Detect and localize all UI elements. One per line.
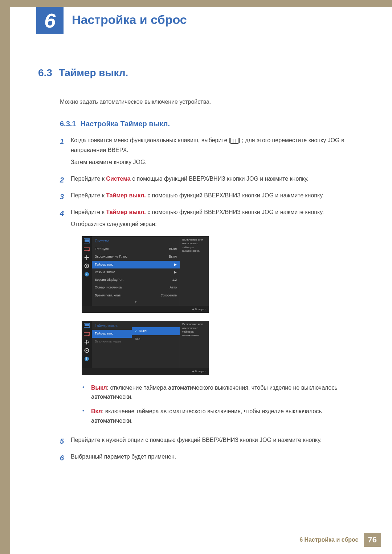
osd-menu-row: Таймер выкл.▶ — [92, 261, 180, 268]
osd-description: Включение или отключение таймера выключе… — [180, 236, 209, 306]
step-text: Когда появится меню функциональных клави… — [71, 135, 363, 169]
osd-menu-row: Таймер выкл. — [92, 330, 132, 337]
step-number: 3 — [60, 190, 71, 203]
osd-back-hint: ◀ Возврат — [82, 368, 209, 375]
scroll-indicator: ▼ — [92, 299, 180, 306]
step-1: 1 Когда появится меню функциональных кла… — [60, 135, 363, 169]
step-text: Перейдите к нужной опции с помощью функц… — [71, 435, 363, 447]
svg-rect-9 — [85, 324, 89, 326]
gear-icon — [83, 348, 90, 353]
osd-screenshots: i Система FreeSyncВыклЭкосохранение Плюс… — [82, 236, 363, 375]
osd-menu-row: Версия DisplayPort1.2 — [92, 276, 180, 284]
svg-text:i: i — [86, 272, 87, 276]
option-bullets: • Выкл: отключение таймера автоматическо… — [82, 383, 363, 425]
menu-icon — [230, 138, 238, 144]
info-icon: i — [83, 356, 90, 361]
step-number: 2 — [60, 174, 71, 186]
step-text: Перейдите к Таймер выкл. с помощью функц… — [71, 207, 363, 431]
osd-sidebar-icons: i — [82, 321, 92, 368]
section-number: 6.3 — [38, 67, 52, 79]
step-2: 2 Перейдите к Система с помощью функций … — [60, 174, 363, 186]
osd-option-row: Вкл — [132, 335, 180, 343]
bullet-off: • Выкл: отключение таймера автоматическо… — [82, 383, 363, 402]
move-icon — [83, 340, 90, 345]
osd-back-hint: ◀ Возврат — [82, 306, 209, 313]
osd-timer-menu: i Таймер выкл. Таймер выкл.Выключить чер… — [82, 321, 209, 375]
osd-menu-row: Время повт. клав.Ускорение — [92, 292, 180, 299]
osd-menu-row: Режим ПК/AV▶ — [92, 268, 180, 276]
osd-title: Система — [92, 236, 180, 245]
svg-point-3 — [88, 250, 89, 251]
info-icon: i — [83, 272, 90, 277]
page-footer: 6 Настройка и сброс 76 — [299, 533, 381, 547]
content: 6.3Таймер выкл. Можно задать автоматичес… — [38, 67, 363, 468]
section-intro: Можно задать автоматическое выключение у… — [60, 99, 363, 105]
left-strip — [0, 0, 10, 554]
step-4: 4 Перейдите к Таймер выкл. с помощью фун… — [60, 207, 363, 431]
svg-point-11 — [88, 335, 89, 336]
step-text: Перейдите к Таймер выкл. с помощью функц… — [71, 190, 363, 203]
chapter-badge: 6 — [36, 7, 64, 34]
bullet-on: • Вкл: включение таймера автоматического… — [82, 407, 363, 425]
screen-icon — [83, 331, 90, 336]
steps-list: 1 Когда появится меню функциональных кла… — [60, 135, 363, 464]
bullet-dot: • — [82, 407, 91, 425]
osd-option-row: ✓Выкл — [132, 327, 180, 335]
chapter-title: Настройка и сброс — [72, 13, 187, 27]
osd-menu-row: Обнар. источникаАвто — [92, 284, 180, 291]
step-3: 3 Перейдите к Таймер выкл. с помощью фун… — [60, 190, 363, 203]
svg-point-13 — [86, 350, 87, 351]
osd-description: Включение или отключение таймера выключе… — [180, 321, 209, 368]
step-6: 6 Выбранный параметр будет применен. — [60, 452, 363, 464]
osd-menu-list: Система FreeSyncВыклЭкосохранение ПлюсВы… — [92, 236, 180, 306]
step-text: Выбранный параметр будет применен. — [71, 452, 363, 464]
page-number: 76 — [364, 533, 381, 547]
step-text: Перейдите к Система с помощью функций ВВ… — [71, 174, 363, 186]
osd-sidebar-icons: i — [82, 236, 92, 306]
top-bar — [0, 0, 392, 7]
section-heading: 6.3Таймер выкл. — [38, 67, 363, 79]
step-number: 4 — [60, 207, 71, 431]
move-icon — [83, 255, 90, 260]
osd-title: Таймер выкл. — [92, 321, 132, 330]
screen-icon — [83, 247, 90, 252]
gear-icon — [83, 263, 90, 268]
subsection-title: Настройка Таймер выкл. — [80, 120, 170, 128]
step-5: 5 Перейдите к нужной опции с помощью фун… — [60, 435, 363, 447]
subsection-number: 6.3.1 — [60, 120, 76, 128]
picture-icon — [83, 238, 90, 243]
svg-text:i: i — [86, 357, 87, 361]
svg-rect-1 — [85, 239, 89, 242]
osd-system-menu: i Система FreeSyncВыклЭкосохранение Плюс… — [82, 236, 209, 313]
svg-point-5 — [86, 265, 87, 267]
footer-chapter: 6 Настройка и сброс — [299, 537, 358, 543]
picture-icon — [83, 323, 90, 328]
step-number: 5 — [60, 435, 71, 447]
step-number: 6 — [60, 452, 71, 464]
chapter-number: 6 — [44, 9, 56, 32]
step-number: 1 — [60, 135, 71, 169]
osd-menu-columns: Таймер выкл. Таймер выкл.Выключить через… — [92, 321, 180, 368]
section-title: Таймер выкл. — [59, 67, 128, 78]
subsection-heading: 6.3.1Настройка Таймер выкл. — [60, 120, 363, 128]
osd-menu-row: Выключить через — [92, 338, 132, 345]
osd-menu-row: FreeSyncВыкл — [92, 245, 180, 253]
bullet-dot: • — [82, 383, 91, 402]
osd-menu-row: Экосохранение ПлюсВыкл — [92, 253, 180, 260]
